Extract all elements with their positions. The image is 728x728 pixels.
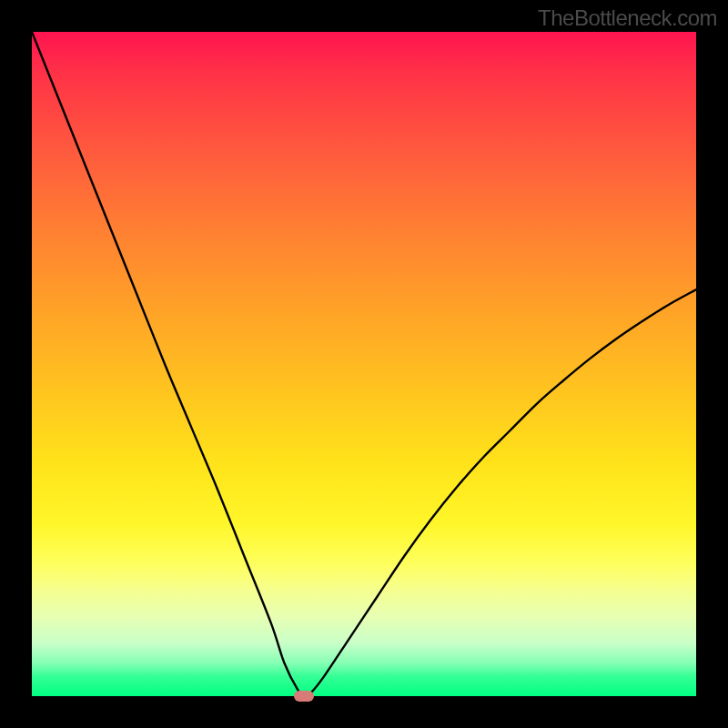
- optimal-point-marker: [294, 691, 314, 702]
- bottleneck-curve-path: [32, 32, 696, 696]
- bottleneck-curve-svg: [32, 32, 696, 696]
- watermark-text: TheBottleneck.com: [538, 5, 717, 31]
- chart-plot-area: [32, 32, 696, 696]
